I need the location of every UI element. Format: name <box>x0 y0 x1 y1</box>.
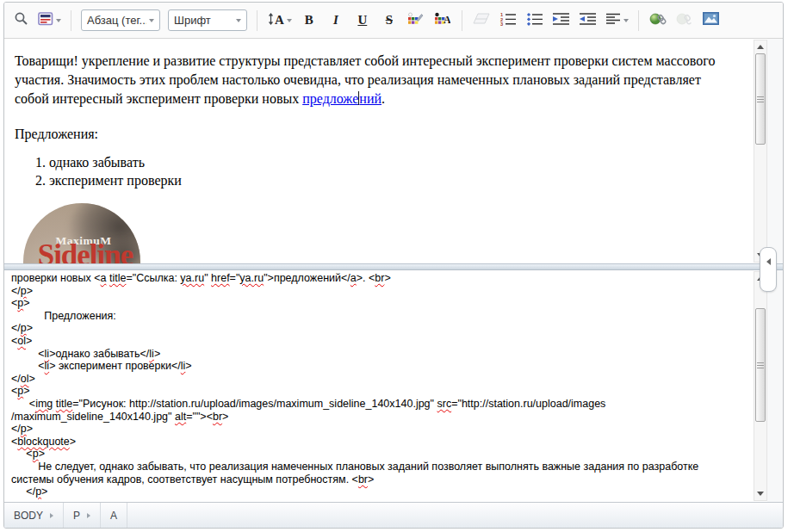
wysiwyg-scrollbar[interactable] <box>754 40 767 263</box>
search-button[interactable] <box>11 9 30 33</box>
toolbar-separator <box>638 10 639 31</box>
font-family-label: Шрифт <box>174 14 233 27</box>
chevron-down-icon <box>149 19 154 22</box>
bulleted-list-icon <box>526 12 543 29</box>
element-path-item-p[interactable]: P <box>64 503 101 528</box>
paragraph: Предложения: <box>15 125 754 144</box>
scrollbar-thumb[interactable] <box>755 308 766 422</box>
wysiwyg-pane: Товарищи! укрепление и развитие структур… <box>4 39 783 263</box>
pane-gutter <box>767 39 783 263</box>
logo-text-main: Sideline <box>30 246 140 263</box>
underline-button[interactable]: U <box>353 9 372 33</box>
link-icon <box>649 12 667 29</box>
insert-image-button[interactable] <box>702 9 721 33</box>
toolbar-separator <box>71 10 71 31</box>
arrow-up-icon <box>757 45 764 49</box>
list-item: эксперимент проверки <box>49 171 754 189</box>
rich-text-editor: Абзац (тег... Шрифт A B I U S <box>3 2 784 529</box>
svg-text:3: 3 <box>500 22 503 26</box>
italic-button[interactable]: I <box>326 9 345 33</box>
source-line: Предложения: <box>11 310 754 323</box>
strikethrough-icon: S <box>386 13 393 28</box>
strikethrough-button[interactable]: S <box>380 9 399 33</box>
alignment-button[interactable] <box>605 9 629 33</box>
source-line: проверки новых <a title="Ссылка: ya.ru" … <box>11 272 754 285</box>
image-icon <box>703 12 719 28</box>
element-path-label: A <box>110 510 117 522</box>
chevron-down-icon <box>236 19 241 22</box>
arrow-down-icon <box>757 492 764 496</box>
paragraph-format-select[interactable]: Абзац (тег... <box>81 9 160 31</box>
collapse-arrow-icon <box>766 258 771 265</box>
outdent-button[interactable] <box>579 9 598 33</box>
splitter-collapse-handle[interactable] <box>760 247 777 292</box>
font-size-icon <box>267 12 275 29</box>
pane-splitter[interactable] <box>4 263 783 270</box>
source-scrollbar[interactable] <box>754 271 767 501</box>
pane-gutter <box>767 270 783 502</box>
wysiwyg-editing-area[interactable]: Товарищи! укрепление и развитие структур… <box>4 39 754 263</box>
source-line: <blockquote> <box>11 436 754 448</box>
bold-button[interactable]: B <box>300 9 319 33</box>
element-path-item-body[interactable]: BODY <box>4 503 64 528</box>
source-code[interactable]: проверки новых <a title="Ссылка: ya.ru" … <box>4 270 754 502</box>
embedded-image-maximum-sideline[interactable]: MaximuM Sideline <box>23 203 140 263</box>
remove-format-button[interactable] <box>472 9 491 33</box>
scrollbar-track[interactable] <box>754 53 766 249</box>
source-line: <p> <box>11 297 754 310</box>
path-arrow-icon <box>87 513 90 518</box>
scroll-up-button[interactable] <box>754 40 766 53</box>
source-line: </p> <box>11 322 754 335</box>
source-line: <p> <box>11 448 754 461</box>
indent-icon <box>552 12 570 29</box>
template-icon <box>38 12 53 29</box>
font-family-select[interactable]: Шрифт <box>168 9 247 31</box>
unlink-icon <box>676 12 693 29</box>
align-left-icon <box>605 13 621 28</box>
link-predlozheniy[interactable]: предложений <box>302 91 381 106</box>
source-line: </p> <box>11 486 754 498</box>
source-line: <ol> <box>11 335 754 348</box>
bulleted-list-button[interactable] <box>525 9 544 33</box>
element-path-label: BODY <box>14 510 43 522</box>
highlight-color-icon: A <box>434 12 450 29</box>
source-line: <li>однако забывать</li> <box>11 348 754 361</box>
eraser-icon <box>473 13 490 28</box>
list-item: однако забывать <box>49 153 754 171</box>
outdent-icon <box>579 12 597 29</box>
search-icon <box>14 11 28 29</box>
font-size-letter: A <box>275 13 284 28</box>
element-path-label: P <box>73 510 80 522</box>
font-size-button[interactable]: A <box>267 9 292 33</box>
template-button[interactable] <box>38 9 61 33</box>
source-line: Не следует, однако забывать, что реализа… <box>11 461 754 473</box>
paragraph: Товарищи! укрепление и развитие структур… <box>15 52 731 108</box>
svg-text:A: A <box>444 14 450 26</box>
chevron-down-icon <box>56 19 61 22</box>
source-line: </p> <box>11 423 754 436</box>
source-line: /maximum_sideline_140x140.jpg" alt=""><b… <box>11 411 754 424</box>
source-line: </p> <box>11 285 754 298</box>
chevron-down-icon <box>287 19 292 22</box>
scrollbar-thumb[interactable] <box>755 53 766 145</box>
bold-icon: B <box>305 13 313 28</box>
toolbar-separator <box>462 10 462 31</box>
indent-button[interactable] <box>552 9 571 33</box>
chevron-down-icon <box>623 19 629 22</box>
scrollbar-track[interactable] <box>754 285 766 487</box>
remove-link-button[interactable] <box>675 9 694 33</box>
source-pane: проверки новых <a title="Ссылка: ya.ru" … <box>4 270 783 502</box>
text-color-button[interactable] <box>406 9 425 33</box>
highlight-color-button[interactable]: A <box>433 9 452 33</box>
numbered-list-button[interactable]: 1 2 3 <box>499 9 518 33</box>
scroll-down-button[interactable] <box>754 487 766 500</box>
source-line: <li> эксперимент проверки</li> <box>11 360 754 373</box>
path-arrow-icon <box>50 513 53 518</box>
toolbar-separator <box>257 10 257 31</box>
wysiwyg-ordered-list: однако забыватьэксперимент проверки <box>15 153 754 189</box>
insert-link-button[interactable] <box>648 9 667 33</box>
italic-icon: I <box>333 13 338 28</box>
element-path-item-a[interactable]: A <box>101 503 127 528</box>
source-line: <p> <box>11 385 754 398</box>
source-line: <img title="Рисунок: http://station.ru/u… <box>11 398 754 411</box>
